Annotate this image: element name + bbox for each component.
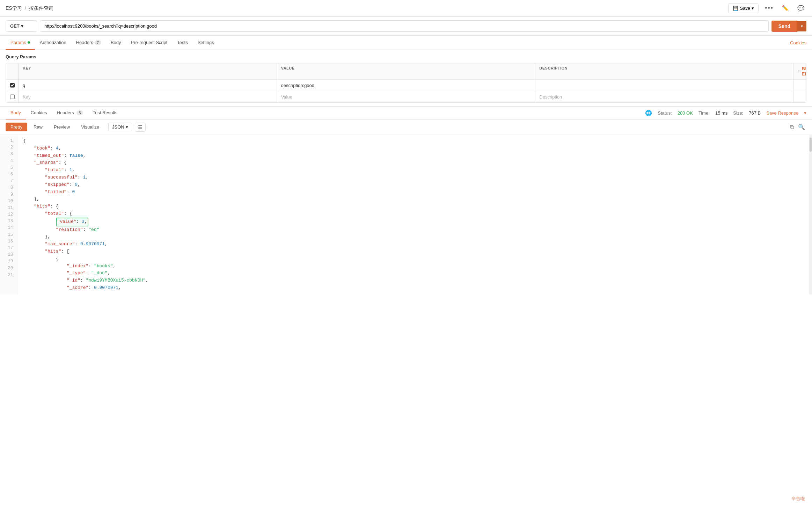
copy-button[interactable]: ⧉ — [789, 123, 795, 132]
breadcrumb-slash: / — [25, 6, 26, 11]
table-row-placeholder: Key Value Description — [6, 91, 806, 102]
view-tab-preview[interactable]: Preview — [49, 123, 75, 131]
resp-headers-badge: 5 — [76, 110, 83, 115]
method-label: GET — [10, 23, 20, 29]
tab-authorization[interactable]: Authorization — [35, 36, 71, 50]
save-response-dropdown-icon[interactable]: ▾ — [804, 110, 806, 116]
params-col-value: VALUE — [277, 63, 535, 79]
page-title: 按条件查询 — [29, 5, 53, 12]
line-num-7: 7 — [0, 178, 17, 184]
tab-params[interactable]: Params — [6, 36, 35, 50]
placeholder-value-cell: Value — [277, 91, 535, 102]
params-header: KEY VALUE DESCRIPTION ⋯ Bulk Edit — [6, 63, 806, 80]
comment-button[interactable]: 💬 — [795, 3, 806, 14]
params-col-checkbox — [6, 63, 19, 79]
line-num-12: 12 — [0, 211, 17, 218]
url-input[interactable] — [40, 20, 769, 32]
tab-settings[interactable]: Settings — [193, 36, 219, 50]
code-line-14: }, — [23, 233, 809, 241]
urlbar: GET ▾ Send ▾ — [0, 17, 812, 36]
line-num-15: 15 — [0, 232, 17, 238]
line-num-2: 2 — [0, 144, 17, 151]
tab-tests[interactable]: Tests — [172, 36, 192, 50]
send-main-button[interactable]: Send — [771, 21, 797, 32]
row-checkbox[interactable] — [10, 82, 15, 88]
cookies-link[interactable]: Cookies — [790, 40, 806, 45]
method-dropdown-icon: ▾ — [21, 23, 23, 29]
tab-pre-request[interactable]: Pre-request Script — [126, 36, 173, 50]
params-col-actions: ⋯ Bulk Edit — [793, 63, 806, 79]
row-desc-cell — [535, 80, 793, 91]
filter-button[interactable]: ☰ — [135, 123, 146, 132]
resp-tab-headers-label: Headers — [57, 110, 74, 115]
save-response-link[interactable]: Save Response — [766, 110, 798, 116]
params-more-icon[interactable]: ⋯ — [798, 69, 802, 74]
save-button[interactable]: 💾 Save ▾ — [728, 3, 759, 13]
resp-tab-cookies-label: Cookies — [31, 110, 47, 115]
status-label: Status: — [658, 110, 672, 116]
row-checkbox-cell — [6, 80, 19, 91]
resp-tab-cookies[interactable]: Cookies — [26, 107, 52, 119]
resp-tab-headers[interactable]: Headers 5 — [52, 107, 88, 119]
response-meta: 🌐 Status: 200 OK Time: 15 ms Size: 767 B… — [645, 110, 806, 116]
resp-tab-test-results[interactable]: Test Results — [88, 107, 123, 119]
view-tab-raw[interactable]: Raw — [29, 123, 47, 131]
code-line-9: }, — [23, 196, 809, 203]
line-num-21: 21 — [0, 272, 17, 278]
globe-icon: 🌐 — [645, 110, 652, 116]
row-key-value: q — [23, 83, 25, 88]
code-line-10: "hits": { — [23, 203, 809, 210]
code-content: { "took": 4, "timed_out": false, "_shard… — [17, 135, 809, 295]
table-row: q description:good — [6, 80, 806, 91]
save-dropdown-icon: ▾ — [752, 6, 754, 11]
line-num-8: 8 — [0, 184, 17, 191]
json-format-dropdown-icon: ▾ — [126, 124, 128, 130]
titlebar-right: 💾 Save ▾ ••• ✏️ 💬 — [728, 2, 806, 14]
json-format-selector[interactable]: JSON ▾ — [108, 123, 132, 131]
line-num-13: 13 — [0, 218, 17, 225]
row-value-value: description:good — [281, 83, 314, 88]
time-label: Time: — [698, 110, 710, 116]
tab-headers[interactable]: Headers 7 — [71, 36, 106, 50]
size-value: 767 B — [749, 110, 761, 116]
code-line-3: "timed_out": false, — [23, 152, 809, 160]
view-tab-pretty[interactable]: Pretty — [6, 123, 27, 131]
method-select[interactable]: GET ▾ — [6, 20, 37, 32]
scrollbar-thumb — [810, 138, 812, 152]
highlight-box: "value": 3, — [56, 218, 89, 226]
titlebar-left: ES学习 / 按条件查询 — [6, 5, 53, 12]
code-line-8: "failed": 0 — [23, 189, 809, 196]
params-col-description: DESCRIPTION — [535, 63, 793, 79]
send-dropdown-button[interactable]: ▾ — [797, 21, 806, 31]
row-action-cell — [793, 80, 806, 91]
tab-tests-label: Tests — [177, 40, 188, 45]
row-key-cell: q — [19, 80, 277, 91]
json-format-label: JSON — [112, 124, 124, 130]
edit-button[interactable]: ✏️ — [780, 3, 791, 14]
tab-body-label: Body — [111, 40, 121, 45]
line-num-10: 10 — [0, 198, 17, 205]
tab-settings-label: Settings — [198, 40, 214, 45]
line-num-14: 14 — [0, 225, 17, 231]
send-button-group: Send ▾ — [771, 21, 806, 32]
code-line-6: "successful": 1, — [23, 174, 809, 181]
search-button[interactable]: 🔍 — [797, 122, 806, 132]
code-line-4: "_shards": { — [23, 159, 809, 167]
headers-badge: 7 — [95, 40, 101, 45]
tab-body[interactable]: Body — [106, 36, 126, 50]
view-tab-visualize[interactable]: Visualize — [76, 123, 104, 131]
query-params-section: Query Params KEY VALUE DESCRIPTION ⋯ Bul… — [0, 50, 812, 103]
resp-tab-body[interactable]: Body — [6, 107, 26, 119]
save-label: Save — [740, 6, 750, 11]
placeholder-checkbox[interactable] — [10, 94, 15, 100]
scrollbar[interactable] — [809, 135, 812, 295]
code-area: 1 2 3 4 5 6 7 8 9 10 11 12 13 14 15 16 1… — [0, 135, 812, 295]
more-button[interactable]: ••• — [763, 2, 776, 14]
code-line-19: "_type": "_doc", — [23, 270, 809, 277]
brand-label: ES学习 — [6, 5, 22, 12]
bulk-edit-link[interactable]: Bulk Edit — [802, 66, 807, 77]
line-num-9: 9 — [0, 191, 17, 198]
code-line-7: "skipped": 0, — [23, 181, 809, 189]
placeholder-desc: Description — [539, 94, 562, 100]
query-params-title: Query Params — [6, 54, 806, 59]
